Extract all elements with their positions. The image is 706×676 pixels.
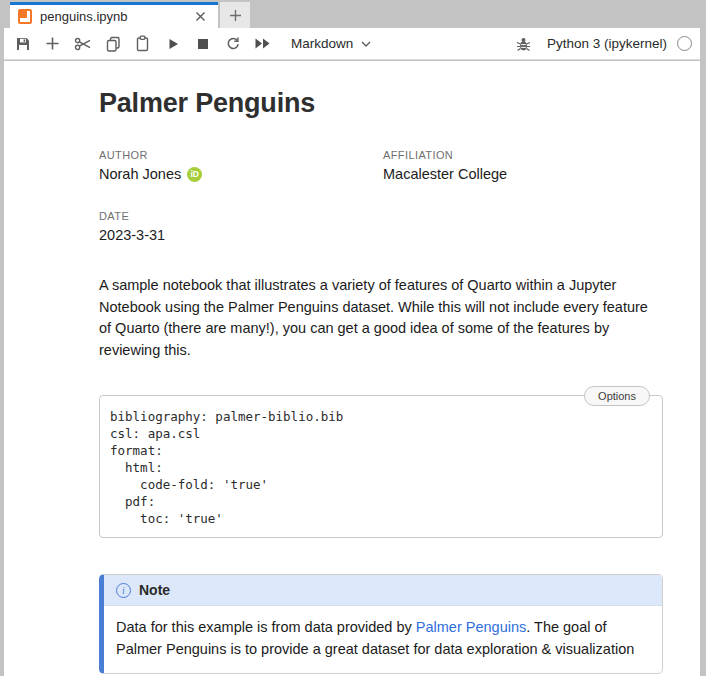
- restart-kernel-button[interactable]: [223, 33, 242, 55]
- note-title: Note: [139, 582, 170, 598]
- paste-icon: [135, 35, 150, 52]
- insert-cell-icon: [45, 36, 60, 51]
- restart-kernel-icon: [225, 36, 241, 52]
- restart-run-all-icon: [254, 37, 271, 50]
- kernel-status-icon: [677, 36, 692, 51]
- author-label: AUTHOR: [99, 149, 383, 161]
- kernel-name[interactable]: Python 3 (ipykernel): [547, 36, 667, 51]
- author-block: AUTHOR Norah Jones iD: [99, 149, 383, 184]
- yaml-code[interactable]: bibliography: palmer-biblio.bib csl: apa…: [100, 396, 662, 537]
- cut-icon: [74, 36, 92, 52]
- close-icon[interactable]: [192, 9, 208, 25]
- run-cell-button[interactable]: [163, 33, 182, 55]
- options-button[interactable]: Options: [584, 386, 650, 406]
- date-block: DATE 2023-3-31: [99, 210, 383, 245]
- page-title: Palmer Penguins: [99, 88, 663, 119]
- run-icon: [166, 37, 180, 51]
- affiliation-label: AFFILIATION: [383, 149, 663, 161]
- palmer-penguins-link[interactable]: Palmer Penguins: [416, 619, 526, 635]
- copy-icon: [105, 36, 121, 52]
- tab-bar: penguins.ipynb: [0, 0, 706, 28]
- tab-title: penguins.ipynb: [40, 9, 192, 24]
- new-tab-icon: [229, 9, 242, 22]
- copy-cells-button[interactable]: [103, 33, 122, 55]
- yaml-options-cell[interactable]: Options bibliography: palmer-biblio.bib …: [99, 395, 663, 538]
- cell-type-value: Markdown: [291, 36, 353, 51]
- notebook-file-icon: [18, 9, 32, 24]
- insert-cell-button[interactable]: [43, 33, 62, 55]
- intro-paragraph: A sample notebook that illustrates a var…: [99, 275, 663, 361]
- debugger-icon: [516, 36, 531, 52]
- affiliation-block: AFFILIATION Macalester College: [383, 149, 663, 184]
- chevron-down-icon: [361, 41, 371, 47]
- note-callout: i Note Data for this example is from dat…: [99, 574, 663, 674]
- tab-penguins-notebook[interactable]: penguins.ipynb: [10, 2, 218, 28]
- affiliation-value: Macalester College: [383, 164, 663, 184]
- notebook-content: Palmer Penguins AUTHOR Norah Jones iD AF…: [4, 61, 700, 676]
- restart-run-all-button[interactable]: [253, 33, 272, 55]
- rendered-document: Palmer Penguins AUTHOR Norah Jones iD AF…: [99, 88, 663, 674]
- author-name: Norah Jones: [99, 164, 181, 184]
- note-text-before: Data for this example is from data provi…: [116, 619, 416, 635]
- debugger-button[interactable]: [514, 33, 533, 55]
- interrupt-kernel-icon: [197, 38, 209, 50]
- cut-cells-button[interactable]: [73, 33, 92, 55]
- notebook-toolbar: Markdown Python 3 (ipykernel): [4, 28, 700, 60]
- toolbar-right-group: Python 3 (ipykernel): [514, 33, 692, 55]
- note-callout-header: i Note: [104, 575, 662, 606]
- date-label: DATE: [99, 210, 383, 222]
- save-button[interactable]: [13, 33, 32, 55]
- cell-type-dropdown[interactable]: Markdown: [291, 36, 371, 51]
- info-icon: i: [116, 583, 131, 598]
- save-icon: [15, 36, 31, 52]
- document-metadata: AUTHOR Norah Jones iD AFFILIATION Macale…: [99, 149, 663, 245]
- orcid-icon[interactable]: iD: [187, 167, 202, 182]
- note-body: Data for this example is from data provi…: [104, 606, 662, 673]
- date-value: 2023-3-31: [99, 225, 383, 245]
- interrupt-kernel-button[interactable]: [193, 33, 212, 55]
- jupyter-window: penguins.ipynb: [0, 0, 706, 676]
- new-tab-button[interactable]: [220, 2, 250, 28]
- paste-cells-button[interactable]: [133, 33, 152, 55]
